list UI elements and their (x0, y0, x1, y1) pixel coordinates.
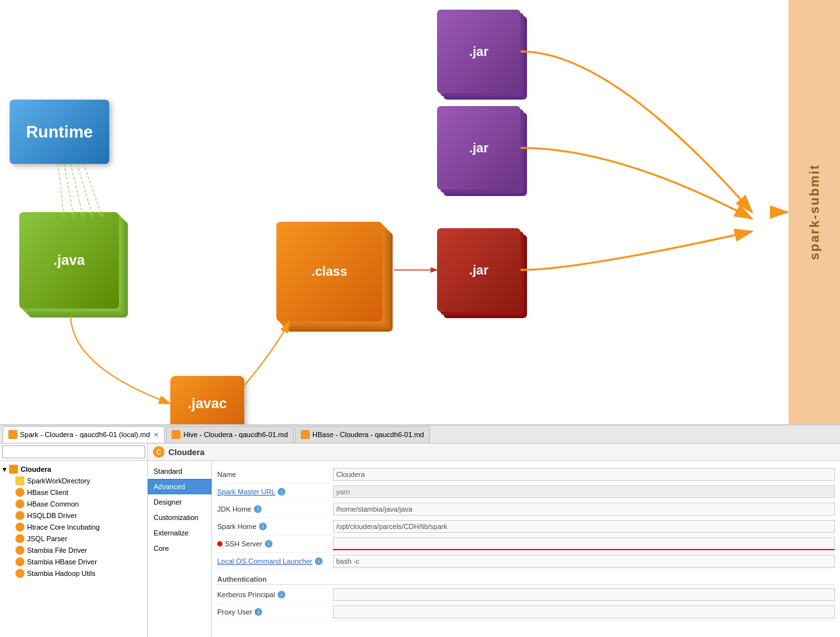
tree-leaf-0[interactable]: SparkWorkDirectory (13, 475, 145, 487)
prop-value-proxy-user (333, 606, 835, 618)
content-area: ▾ Cloudera SparkWorkDirectory HBase Clie… (0, 444, 840, 637)
prop-label-proxy-user: Proxy User i (217, 608, 333, 616)
java-label: .java (53, 252, 85, 269)
prop-value-spark-master (333, 485, 835, 498)
leaf-icon-3 (15, 511, 24, 520)
cloudera-header: C Cloudera (148, 444, 840, 461)
tab-spark-close[interactable]: ✕ (154, 431, 159, 438)
tree-leaf-label-6: Stambia File Driver (27, 546, 87, 554)
javac-box: .javac (170, 376, 244, 424)
nav-standard[interactable]: Standard (148, 463, 211, 479)
tree-leaf-label-2: HBase Common (27, 500, 79, 508)
tree-leaf-5[interactable]: JSQL Parser (13, 533, 145, 544)
leaf-icon-1 (15, 488, 24, 497)
search-input[interactable] (2, 445, 145, 458)
bottom-panel: Spark - Cloudera - qaucdh6-01 (local).md… (0, 424, 840, 637)
tab-hbase[interactable]: HBase - Cloudera - qaucdh6-01.md (295, 426, 430, 443)
prop-row-spark-home: Spark Home i (217, 518, 835, 535)
prop-row-spark-master: Spark Master URL i (217, 483, 835, 501)
search-box (0, 444, 147, 461)
jar2-label: .jar (469, 141, 488, 156)
prop-value-ssh-server (333, 537, 835, 550)
javac-label: .javac (188, 395, 227, 412)
svg-line-3 (58, 164, 64, 219)
prop-value-name (333, 468, 835, 481)
tree-leaf-label-1: HBase Client (27, 489, 68, 496)
tab-bar: Spark - Cloudera - qaucdh6-01 (local).md… (0, 426, 840, 444)
prop-label-spark-home: Spark Home i (217, 523, 333, 530)
prop-input-kerberos[interactable] (333, 588, 835, 601)
tree-leaf-2[interactable]: HBase Common (13, 498, 145, 510)
prop-input-local-os[interactable] (333, 555, 835, 568)
tree-root[interactable]: ▾ Cloudera (3, 463, 145, 475)
local-os-info-icon[interactable]: i (315, 557, 323, 565)
runtime-label: Runtime (26, 122, 93, 142)
jdk-home-info-icon[interactable]: i (254, 505, 262, 513)
prop-label-name: Name (217, 471, 333, 478)
prop-value-kerberos (333, 588, 835, 601)
svg-line-4 (64, 164, 74, 219)
tree-leaf-8[interactable]: Stambia Hadoop Utils (13, 568, 145, 579)
tab-spark-icon (8, 430, 17, 439)
tree-leaf-7[interactable]: Stambia HBase Driver (13, 556, 145, 568)
prop-input-jdk-home[interactable] (333, 503, 835, 516)
kerberos-info-icon[interactable]: i (278, 591, 285, 598)
proxy-user-info-icon[interactable]: i (255, 608, 262, 616)
tree-leaf-3[interactable]: HSQLDB Driver (13, 510, 145, 521)
tab-spark[interactable]: Spark - Cloudera - qaucdh6-01 (local).md… (3, 426, 165, 443)
nav-customization[interactable]: Customization (148, 510, 211, 525)
prop-value-jdk-home (333, 503, 835, 516)
tree-leaf-6[interactable]: Stambia File Driver (13, 544, 145, 556)
tab-spark-label: Spark - Cloudera - qaucdh6-01 (local).md (20, 431, 150, 438)
prop-row-ssh-server: SSH Server i (217, 535, 835, 553)
tree-leaf-label-3: HSQLDB Driver (27, 512, 77, 519)
nav-externalize[interactable]: Externalize (148, 525, 211, 541)
prop-row-jdk-home: JDK Home i (217, 501, 835, 518)
leaf-icon-0 (15, 476, 24, 485)
tree-leaf-4[interactable]: Htrace Core Incubating (13, 521, 145, 533)
prop-input-spark-home[interactable] (333, 520, 835, 533)
spark-master-link[interactable]: Spark Master URL (217, 488, 275, 496)
tab-hive[interactable]: Hive - Cloudera - qaucdh6-01.md (166, 426, 294, 443)
tree-leaf-label-0: SparkWorkDirectory (27, 477, 90, 485)
leaf-icon-5 (15, 534, 24, 543)
left-panel: ▾ Cloudera SparkWorkDirectory HBase Clie… (0, 444, 148, 637)
tab-hive-label: Hive - Cloudera - qaucdh6-01.md (183, 431, 288, 438)
props-table: Name Spark Master URL i (212, 461, 840, 637)
ssh-server-info-icon[interactable]: i (265, 540, 273, 548)
diagram-area: spark-submit Runtime .java .class .javac… (0, 0, 840, 424)
right-panel: C Cloudera Standard Advanced Designer Cu… (148, 444, 840, 637)
local-os-link[interactable]: Local OS Command Launcher (217, 557, 312, 565)
nav-advanced[interactable]: Advanced (148, 479, 211, 494)
spark-master-info-icon[interactable]: i (278, 488, 285, 496)
leaf-icon-2 (15, 499, 24, 508)
tab-hive-icon (172, 430, 181, 439)
nav-designer[interactable]: Designer (148, 494, 211, 510)
cloudera-logo: C (153, 446, 165, 458)
prop-label-jdk-home: JDK Home i (217, 505, 333, 513)
props-layout: Standard Advanced Designer Customization… (148, 461, 840, 637)
leaf-icon-6 (15, 546, 24, 555)
svg-line-5 (71, 164, 84, 219)
prop-label-kerberos: Kerberos Principal i (217, 591, 333, 598)
tree-leaf-label-5: JSQL Parser (27, 535, 67, 543)
prop-value-local-os (333, 555, 835, 568)
tree-leaf-label-7: Stambia HBase Driver (27, 558, 97, 566)
spark-home-info-icon[interactable]: i (259, 523, 267, 530)
prop-value-spark-home (333, 520, 835, 533)
nav-core[interactable]: Core (148, 541, 211, 556)
prop-label-local-os: Local OS Command Launcher i (217, 557, 333, 565)
prop-input-proxy-user[interactable] (333, 606, 835, 618)
prop-row-local-os: Local OS Command Launcher i (217, 553, 835, 570)
nav-buttons: Standard Advanced Designer Customization… (148, 461, 212, 637)
prop-input-ssh-server[interactable] (333, 537, 835, 550)
prop-row-name: Name (217, 466, 835, 483)
prop-row-kerberos: Kerberos Principal i (217, 586, 835, 604)
tree-leaf-1[interactable]: HBase Client (13, 487, 145, 498)
leaf-icon-8 (15, 569, 24, 578)
tree-root-icon (9, 465, 18, 474)
jar3-label: .jar (469, 263, 488, 278)
leaf-icon-7 (15, 557, 24, 566)
prop-input-name[interactable] (333, 468, 835, 481)
prop-input-spark-master[interactable] (333, 485, 835, 498)
